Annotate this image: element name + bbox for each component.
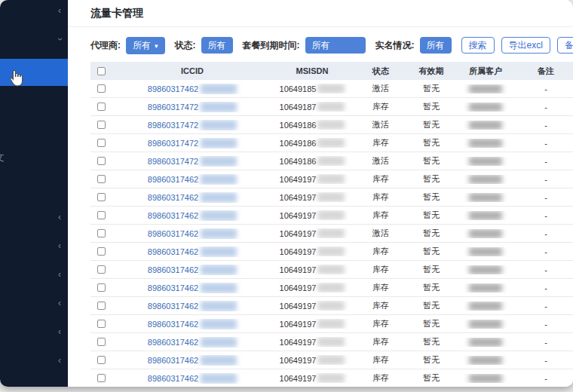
iccid-cell: 89860317472 <box>112 138 273 149</box>
iccid-cell: 89860317462 <box>112 373 273 384</box>
row-checkbox-cell <box>90 157 112 165</box>
chevron-left-icon[interactable]: ‹ <box>58 327 61 336</box>
iccid-cell: 89860317462 <box>112 301 273 311</box>
chevron-left-icon[interactable]: ‹ <box>58 213 61 222</box>
iccid-link[interactable]: 89860317462 <box>148 265 198 274</box>
iccid-link[interactable]: 89860317462 <box>148 338 198 347</box>
validity-cell: 暂无 <box>410 83 452 94</box>
status-cell: 库存 <box>351 264 410 275</box>
table-row: 89860317462 10649185 激活 暂无 - <box>90 80 573 98</box>
row-checkbox[interactable] <box>97 157 106 165</box>
msisdn-cell: 10649197 <box>273 355 351 365</box>
validity-cell: 暂无 <box>410 282 452 293</box>
table-row: 89860317472 10649186 激活 暂无 - <box>90 116 573 134</box>
msisdn-cell: 10649197 <box>273 283 351 292</box>
row-checkbox[interactable] <box>97 302 106 310</box>
row-checkbox[interactable] <box>97 247 106 256</box>
redacted-msisdn-suffix <box>317 84 345 93</box>
table-row: 89860317462 10649197 库存 暂无 - <box>90 188 573 207</box>
iccid-link[interactable]: 89860317462 <box>148 356 198 365</box>
msisdn-cell: 10649186 <box>273 156 351 166</box>
row-checkbox[interactable] <box>97 320 106 328</box>
table-header-row: ICCID MSISDN 状态 有效期 所属客户 备注 <box>90 62 573 80</box>
row-checkbox[interactable] <box>97 211 106 219</box>
iccid-cell: 89860317462 <box>112 84 273 94</box>
remark-cell: - <box>519 175 573 184</box>
row-checkbox-cell <box>90 302 112 310</box>
chevron-left-icon[interactable]: ‹ <box>58 270 61 279</box>
row-checkbox[interactable] <box>97 265 106 274</box>
filter-agent-label: 代理商: <box>90 39 121 52</box>
table-row: 89860317462 10649197 库存 暂无 - <box>90 279 573 297</box>
msisdn-cell: 10649186 <box>273 138 351 148</box>
filter-agent-dropdown[interactable]: 所有▾ <box>126 37 165 54</box>
remark-cell: - <box>519 320 573 329</box>
chevron-down-icon[interactable]: ‹ <box>55 38 64 41</box>
row-checkbox[interactable] <box>97 175 106 183</box>
iccid-link[interactable]: 89860317472 <box>148 157 198 166</box>
redacted-customer-name <box>469 356 502 365</box>
row-checkbox[interactable] <box>97 84 106 93</box>
customer-cell <box>452 157 519 166</box>
row-checkbox[interactable] <box>97 283 106 292</box>
row-checkbox[interactable] <box>97 139 106 147</box>
row-checkbox[interactable] <box>97 103 106 111</box>
iccid-link[interactable]: 89860317462 <box>148 247 198 256</box>
iccid-cell: 89860317472 <box>112 102 273 112</box>
filter-realname-button[interactable]: 所有 <box>420 37 452 54</box>
export-excel-button[interactable]: 导出excl <box>501 37 550 54</box>
iccid-link[interactable]: 89860317462 <box>148 374 198 383</box>
chevron-left-icon[interactable]: ‹ <box>58 241 61 250</box>
iccid-link[interactable]: 89860317462 <box>148 211 198 220</box>
iccid-link[interactable]: 89860317462 <box>148 175 198 184</box>
select-all-checkbox[interactable] <box>97 67 106 75</box>
search-button[interactable]: 搜索 <box>461 37 495 54</box>
filter-expiry-field[interactable]: 所有 <box>305 37 366 54</box>
filter-bar: 代理商: 所有▾ 状态: 所有 套餐到期时间: 所有 实名情况: 所有 搜索 导… <box>90 35 573 55</box>
remark-button[interactable]: 备注 <box>557 37 573 54</box>
row-checkbox[interactable] <box>97 356 106 364</box>
row-checkbox-cell <box>90 356 112 364</box>
row-checkbox-cell <box>90 320 112 328</box>
iccid-cell: 89860317462 <box>112 265 273 275</box>
customer-cell <box>452 229 519 238</box>
iccid-link[interactable]: 89860317472 <box>148 103 198 112</box>
iccid-cell: 89860317462 <box>112 192 273 203</box>
customer-cell <box>452 103 519 112</box>
filter-status-button[interactable]: 所有 <box>201 37 233 54</box>
iccid-link[interactable]: 89860317472 <box>148 139 198 148</box>
customer-cell <box>452 139 519 148</box>
iccid-link[interactable]: 89860317472 <box>148 121 198 130</box>
chevron-left-icon[interactable]: ‹ <box>58 356 61 365</box>
chevron-left-icon[interactable]: ‹ <box>58 299 61 308</box>
msisdn-cell: 10649197 <box>273 174 351 184</box>
iccid-cell: 89860317462 <box>112 337 273 348</box>
sidebar-collapse-icon[interactable]: ‹ <box>58 6 61 15</box>
remark-cell: - <box>519 84 573 93</box>
table-row: 89860317462 10649197 库存 暂无 - <box>90 170 573 188</box>
row-checkbox-cell <box>90 193 112 201</box>
iccid-link[interactable]: 89860317462 <box>148 283 198 292</box>
customer-cell <box>452 302 519 311</box>
redacted-customer-name <box>469 338 502 347</box>
row-checkbox[interactable] <box>97 338 106 346</box>
iccid-link[interactable]: 89860317462 <box>148 84 198 93</box>
row-checkbox[interactable] <box>97 374 106 382</box>
validity-cell: 暂无 <box>410 264 452 275</box>
iccid-link[interactable]: 89860317462 <box>148 302 198 311</box>
row-checkbox[interactable] <box>97 193 106 201</box>
iccid-link[interactable]: 89860317462 <box>148 320 198 329</box>
row-checkbox[interactable] <box>97 229 106 237</box>
redacted-iccid-suffix <box>201 120 237 130</box>
iccid-link[interactable]: 89860317462 <box>148 229 198 238</box>
sim-card-table: ICCID MSISDN 状态 有效期 所属客户 备注 89860317462 … <box>90 62 573 387</box>
customer-cell <box>452 193 519 202</box>
customer-cell <box>452 283 519 292</box>
redacted-iccid-suffix <box>201 228 237 239</box>
validity-cell: 暂无 <box>410 372 452 384</box>
iccid-link[interactable]: 89860317462 <box>148 193 198 202</box>
remark-cell: - <box>519 247 573 256</box>
row-checkbox[interactable] <box>97 121 106 129</box>
status-cell: 库存 <box>351 246 410 257</box>
validity-cell: 暂无 <box>410 228 452 239</box>
